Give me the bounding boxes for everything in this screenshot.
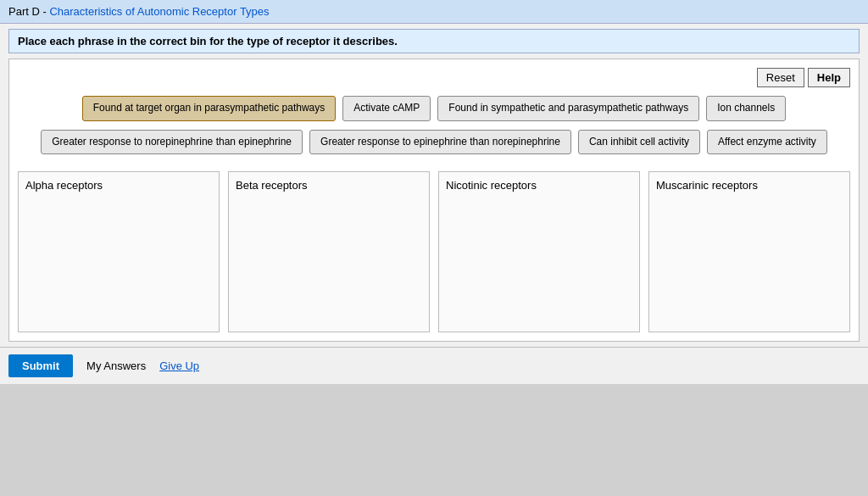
bin-muscarinic[interactable]: Muscarinic receptors bbox=[648, 171, 850, 332]
phrase-chip[interactable]: Affect enzyme activity bbox=[707, 130, 827, 155]
phrase-chip[interactable]: Found in sympathetic and parasympathetic… bbox=[437, 96, 699, 121]
phrase-row-1: Found at target organ in parasympathetic… bbox=[82, 96, 786, 121]
main-panel: Reset Help Found at target organ in para… bbox=[8, 59, 860, 342]
bottom-bar: Submit My Answers Give Up bbox=[0, 347, 868, 384]
phrase-chip[interactable]: Greater response to norepinephrine than … bbox=[41, 130, 303, 155]
instruction-text: Place each phrase in the correct bin for… bbox=[8, 29, 860, 53]
bin-title-alpha: Alpha receptors bbox=[25, 179, 212, 192]
phrase-chip[interactable]: Found at target organ in parasympathetic… bbox=[82, 96, 337, 121]
part-title: Characteristics of Autonomic Receptor Ty… bbox=[49, 5, 269, 18]
reset-button[interactable]: Reset bbox=[757, 68, 804, 87]
help-button[interactable]: Help bbox=[808, 68, 850, 87]
bin-title-beta: Beta receptors bbox=[236, 179, 422, 192]
phrase-chip[interactable]: Greater response to epinephrine than nor… bbox=[309, 130, 571, 155]
phrase-chip[interactable]: Activate cAMP bbox=[342, 96, 431, 121]
phrase-area: Found at target organ in parasympathetic… bbox=[18, 96, 850, 154]
phrase-chip[interactable]: Can inhibit cell activity bbox=[578, 130, 700, 155]
bin-alpha[interactable]: Alpha receptors bbox=[18, 171, 220, 332]
top-buttons: Reset Help bbox=[18, 68, 850, 87]
submit-button[interactable]: Submit bbox=[8, 354, 73, 377]
phrase-row-2: Greater response to norepinephrine than … bbox=[41, 130, 827, 155]
my-answers-label: My Answers bbox=[86, 359, 146, 372]
part-label: Part D - bbox=[8, 5, 49, 18]
phrase-chip[interactable]: Ion channels bbox=[706, 96, 786, 121]
bin-title-nicotinic: Nicotinic receptors bbox=[446, 179, 632, 192]
bin-nicotinic[interactable]: Nicotinic receptors bbox=[438, 171, 640, 332]
part-header: Part D - Characteristics of Autonomic Re… bbox=[0, 0, 868, 24]
bin-beta[interactable]: Beta receptors bbox=[228, 171, 430, 332]
give-up-link[interactable]: Give Up bbox=[159, 359, 199, 372]
bin-title-muscarinic: Muscarinic receptors bbox=[656, 179, 843, 192]
bins-area: Alpha receptorsBeta receptorsNicotinic r… bbox=[18, 171, 850, 332]
